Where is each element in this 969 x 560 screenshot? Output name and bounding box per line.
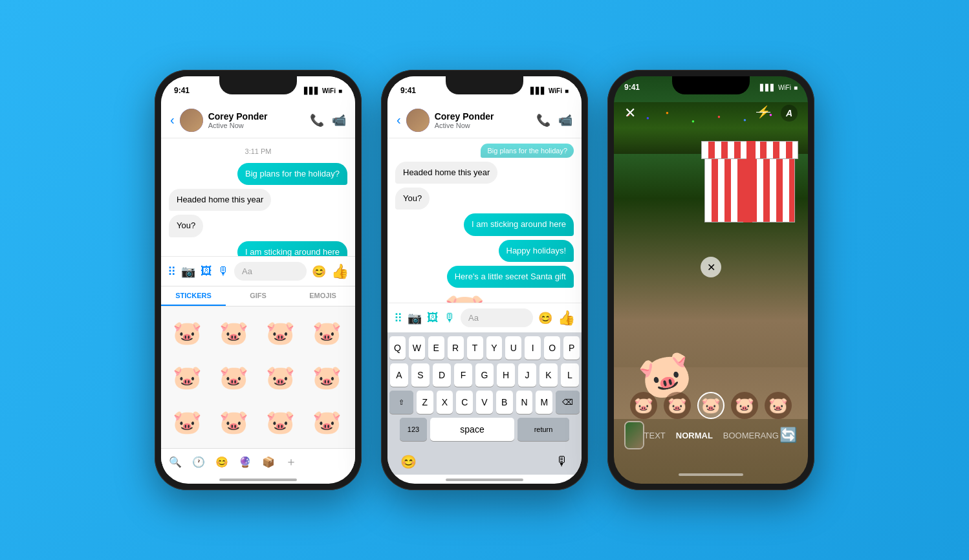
- image-icon-1[interactable]: 🖼: [201, 264, 212, 278]
- key-m[interactable]: M: [536, 391, 552, 414]
- sticker-4[interactable]: 🐷: [306, 312, 348, 354]
- key-q[interactable]: Q: [389, 336, 406, 360]
- sticker-7[interactable]: 🐷: [259, 356, 301, 398]
- camera-icon-2[interactable]: 📷: [408, 311, 422, 325]
- mode-boomerang[interactable]: BOOMERANG: [723, 431, 779, 440]
- video-icon-2[interactable]: 📹: [558, 113, 572, 127]
- key-delete[interactable]: ⌫: [556, 391, 580, 414]
- sticker-10[interactable]: 🐷: [213, 401, 255, 443]
- call-icon-2[interactable]: 📞: [536, 113, 550, 127]
- camera-signal: ▋▋▋: [760, 84, 776, 91]
- battery-icon-1: ■: [338, 87, 342, 94]
- search-sticker-icon[interactable]: 🔍: [169, 456, 182, 468]
- back-button-1[interactable]: ‹: [170, 113, 175, 127]
- box-sticker-icon[interactable]: 📦: [262, 456, 275, 468]
- flash-auto-icon[interactable]: A: [781, 105, 798, 122]
- key-j[interactable]: J: [518, 363, 536, 387]
- sticker-11[interactable]: 🐷: [259, 401, 301, 443]
- keyboard-1[interactable]: Q W E R T Y U I O P A S D F G H: [387, 332, 582, 449]
- key-a[interactable]: A: [390, 363, 408, 387]
- flash-off-icon[interactable]: ⚡: [756, 105, 770, 122]
- like-icon-1[interactable]: 👍: [331, 263, 349, 280]
- key-t[interactable]: T: [467, 336, 483, 360]
- add-sticker-icon[interactable]: ＋: [285, 454, 297, 469]
- key-s[interactable]: S: [411, 363, 430, 387]
- sticker-2[interactable]: 🐷: [213, 312, 255, 354]
- back-button-2[interactable]: ‹: [397, 113, 401, 127]
- key-e[interactable]: E: [428, 336, 444, 360]
- key-i[interactable]: I: [525, 336, 541, 360]
- key-x[interactable]: X: [437, 391, 453, 414]
- emoji-icon-2[interactable]: 😊: [538, 311, 552, 325]
- input-field-1[interactable]: Aa: [234, 262, 307, 281]
- key-c[interactable]: C: [456, 391, 473, 414]
- emoji-icon-1[interactable]: 😊: [312, 264, 326, 279]
- key-w[interactable]: W: [409, 336, 425, 360]
- message-4: I am sticking around here: [237, 241, 347, 256]
- sticker-1[interactable]: 🐷: [166, 312, 208, 354]
- key-p[interactable]: P: [563, 336, 580, 360]
- recent-sticker-icon[interactable]: 🕐: [192, 456, 205, 468]
- key-v[interactable]: V: [476, 391, 493, 414]
- sticker-12[interactable]: 🐷: [306, 401, 348, 443]
- sticker-opt-1[interactable]: 🐷: [630, 392, 657, 419]
- mode-normal[interactable]: NORMAL: [676, 431, 713, 440]
- flip-camera-button[interactable]: 🔄: [779, 421, 798, 449]
- key-r[interactable]: R: [448, 336, 464, 360]
- camera-time: 9:41: [624, 83, 640, 92]
- sticker-5[interactable]: 🐷: [166, 356, 208, 398]
- key-space[interactable]: space: [430, 418, 514, 441]
- key-f[interactable]: F: [454, 363, 472, 387]
- key-l[interactable]: L: [561, 363, 579, 387]
- sticker-opt-5[interactable]: 🐷: [765, 392, 792, 419]
- key-z[interactable]: Z: [417, 391, 433, 414]
- sticker-9[interactable]: 🐷: [166, 401, 208, 443]
- key-return[interactable]: return: [517, 418, 569, 441]
- key-k[interactable]: K: [539, 363, 558, 387]
- keyboard-mic-icon[interactable]: 🎙: [556, 454, 569, 469]
- mic-icon-1[interactable]: 🎙: [217, 264, 229, 278]
- key-o[interactable]: O: [544, 336, 560, 360]
- key-h[interactable]: H: [497, 363, 515, 387]
- sticker-opt-2[interactable]: 🐷: [664, 392, 691, 419]
- grid-icon-1[interactable]: ⠿: [168, 264, 176, 279]
- sticker-6[interactable]: 🐷: [213, 356, 255, 398]
- keyboard-row-2: A S D F G H J K L: [389, 363, 580, 387]
- chat-header-1: ‹ Corey Ponder Active Now 📞 📹: [161, 102, 355, 138]
- special-sticker-icon[interactable]: 🔮: [239, 456, 252, 468]
- emoji-sticker-icon[interactable]: 😊: [215, 456, 228, 468]
- sticker-opt-3-selected[interactable]: 🐷: [697, 392, 724, 419]
- sticker-opt-4[interactable]: 🐷: [731, 392, 758, 419]
- key-g[interactable]: G: [475, 363, 494, 387]
- mic-icon-2[interactable]: 🎙: [444, 311, 455, 325]
- input-field-2[interactable]: Aa: [461, 308, 533, 327]
- close-button[interactable]: ✕: [624, 105, 636, 122]
- image-icon-2[interactable]: 🖼: [427, 311, 439, 325]
- sticker-selector: 🐷 🐷 🐷 🐷 🐷: [614, 392, 808, 419]
- call-icon-1[interactable]: 📞: [310, 113, 324, 127]
- sticker-3[interactable]: 🐷: [259, 312, 301, 354]
- mode-text[interactable]: TEXT: [644, 431, 666, 440]
- like-icon-2[interactable]: 👍: [558, 310, 575, 327]
- video-icon-1[interactable]: 📹: [332, 113, 346, 127]
- key-y[interactable]: Y: [486, 336, 503, 360]
- keyboard-row-1: Q W E R T Y U I O P: [389, 336, 580, 360]
- tab-gifs[interactable]: GIFS: [226, 286, 290, 306]
- key-u[interactable]: U: [505, 336, 521, 360]
- key-d[interactable]: D: [433, 363, 451, 387]
- grid-icon-2[interactable]: ⠿: [394, 311, 402, 325]
- key-shift[interactable]: ⇧: [389, 391, 413, 414]
- key-123[interactable]: 123: [400, 418, 427, 441]
- key-b[interactable]: B: [496, 391, 513, 414]
- key-n[interactable]: N: [516, 391, 533, 414]
- tab-emojis[interactable]: EMOJIS: [290, 286, 355, 306]
- phone-2: 9:41 ▋▋▋ WiFi ■ ‹ Corey Ponder Active No…: [381, 70, 588, 490]
- phone-3: ● ● ● ● ● ● ● 🐷 9:: [607, 70, 814, 490]
- keyboard-emoji-icon[interactable]: 😊: [400, 454, 417, 469]
- tab-stickers[interactable]: STICKERS: [161, 286, 226, 306]
- camera-icon-1[interactable]: 📷: [181, 264, 195, 279]
- sticker-8[interactable]: 🐷: [306, 356, 348, 398]
- sticker-tabs-1: STICKERS GIFS EMOJIS: [161, 286, 355, 307]
- photo-thumbnail[interactable]: [624, 421, 644, 449]
- home-indicator-1: [219, 479, 297, 481]
